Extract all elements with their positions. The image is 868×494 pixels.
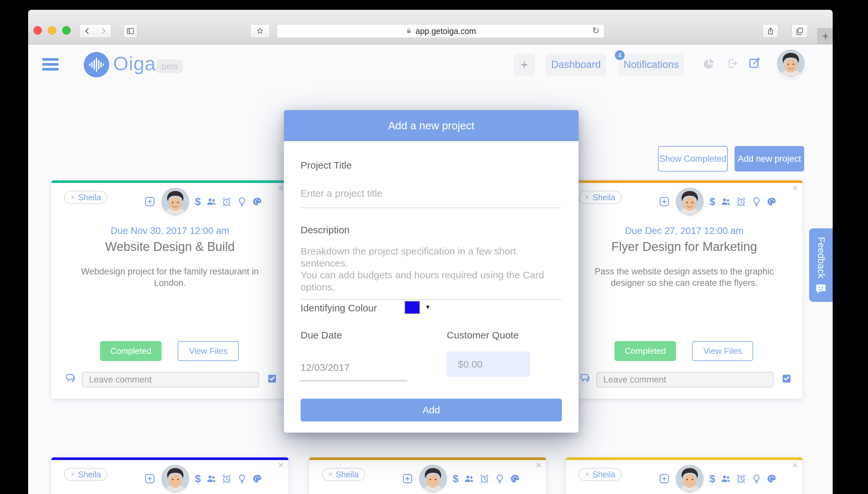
share-button[interactable] xyxy=(762,24,778,38)
budget-icon[interactable]: $ xyxy=(453,473,458,485)
hours-icon[interactable] xyxy=(222,474,232,483)
new-tab-button[interactable]: + xyxy=(818,28,833,44)
budget-icon[interactable]: $ xyxy=(709,196,715,208)
budget-icon[interactable]: $ xyxy=(195,473,201,485)
assignee-tag[interactable]: × Sheila xyxy=(64,191,107,204)
assignee-name: Sheila xyxy=(593,470,616,479)
menu-icon[interactable] xyxy=(42,58,58,73)
assignee-tag[interactable]: × Sheila xyxy=(579,468,622,481)
back-button[interactable] xyxy=(79,24,95,38)
logo-text[interactable]: Oiga xyxy=(113,52,156,75)
logout-icon[interactable] xyxy=(727,57,739,70)
due-date-input[interactable] xyxy=(301,355,407,381)
view-files-button[interactable]: View Files xyxy=(178,341,239,361)
budget-icon[interactable]: $ xyxy=(195,196,201,208)
assignee-name: Sheila xyxy=(593,193,616,202)
chevron-right-icon xyxy=(99,27,108,35)
assignee-name: Sheila xyxy=(336,470,359,479)
modal-title: Add a new project xyxy=(284,110,579,141)
identifying-colour-label: Identifying Colour xyxy=(301,303,377,314)
compose-icon[interactable] xyxy=(748,57,761,70)
team-icon[interactable] xyxy=(464,474,474,483)
remove-tag-icon[interactable]: × xyxy=(71,193,75,202)
favorites-button[interactable] xyxy=(250,24,270,38)
address-bar[interactable]: app.getoiga.com ↻ xyxy=(277,24,604,38)
design-icon[interactable] xyxy=(252,197,262,207)
design-icon[interactable] xyxy=(252,474,262,483)
comment-input[interactable] xyxy=(82,372,259,387)
team-icon[interactable] xyxy=(206,197,216,207)
forward-button[interactable] xyxy=(95,24,111,38)
remove-tag-icon[interactable]: × xyxy=(71,470,75,479)
team-icon[interactable] xyxy=(206,474,216,483)
sidebar-toggle-button[interactable] xyxy=(123,24,137,38)
customer-quote-input[interactable] xyxy=(446,352,530,377)
comment-input[interactable] xyxy=(596,372,774,387)
tab-overview-button[interactable] xyxy=(792,24,808,38)
nav-dashboard[interactable]: Dashboard xyxy=(546,54,606,76)
project-title-input[interactable] xyxy=(301,179,562,208)
oiga-logo-icon[interactable] xyxy=(84,52,109,77)
hours-icon[interactable] xyxy=(222,197,232,207)
idea-icon[interactable] xyxy=(237,474,247,483)
design-icon[interactable] xyxy=(767,197,777,207)
hours-icon[interactable] xyxy=(480,474,489,483)
assignee-tag[interactable]: × Sheila xyxy=(64,468,107,481)
design-icon[interactable] xyxy=(510,474,520,483)
close-icon[interactable]: × xyxy=(793,184,798,193)
idea-icon[interactable] xyxy=(495,474,505,483)
idea-icon[interactable] xyxy=(237,197,247,207)
remove-tag-icon[interactable]: × xyxy=(585,470,589,479)
close-icon[interactable]: × xyxy=(536,461,541,470)
budget-icon[interactable]: $ xyxy=(709,473,715,485)
chevron-down-icon[interactable]: ▼ xyxy=(425,304,431,311)
comments-icon[interactable] xyxy=(65,373,76,384)
assignee-tag[interactable]: × Sheila xyxy=(579,191,622,204)
add-option-icon[interactable] xyxy=(658,473,670,484)
checkbox-icon[interactable] xyxy=(267,374,277,384)
nav-notifications[interactable]: Notifications xyxy=(618,54,684,76)
hours-icon[interactable] xyxy=(736,197,746,207)
beta-badge: beta xyxy=(157,59,183,73)
modal-add-button[interactable]: Add xyxy=(301,399,562,421)
reload-icon[interactable]: ↻ xyxy=(592,25,599,36)
close-icon[interactable]: × xyxy=(278,461,284,470)
close-window-button[interactable] xyxy=(33,26,42,35)
completed-button[interactable]: Completed xyxy=(100,341,162,361)
assignee-tag[interactable]: × Sheila xyxy=(322,468,365,481)
minimize-window-button[interactable] xyxy=(48,26,56,35)
card-option-icons: $ xyxy=(402,464,520,493)
close-icon[interactable]: × xyxy=(278,184,284,193)
checkbox-icon[interactable] xyxy=(781,374,792,384)
project-card: × × Sheila $ Due Nov 30, 2017 12:00 am W… xyxy=(51,180,288,399)
team-icon[interactable] xyxy=(721,474,731,483)
close-icon[interactable]: × xyxy=(793,461,798,470)
add-button[interactable]: + xyxy=(514,54,535,76)
sidebar-icon xyxy=(126,27,135,35)
feedback-tab[interactable]: Feedback xyxy=(809,228,833,302)
idea-icon[interactable] xyxy=(752,197,761,207)
add-new-project-button[interactable]: Add new project xyxy=(735,146,804,172)
show-completed-button[interactable]: Show Completed xyxy=(658,146,728,172)
hours-icon[interactable] xyxy=(736,474,746,483)
add-option-icon[interactable] xyxy=(402,473,413,484)
reports-icon[interactable] xyxy=(703,57,715,70)
add-option-icon[interactable] xyxy=(658,196,670,207)
colour-swatch[interactable] xyxy=(404,301,420,314)
add-option-icon[interactable] xyxy=(144,473,156,484)
card-description: Webdesign project for the family restaur… xyxy=(74,266,266,288)
zoom-window-button[interactable] xyxy=(62,26,71,35)
remove-tag-icon[interactable]: × xyxy=(328,470,332,479)
design-icon[interactable] xyxy=(767,474,777,483)
add-option-icon[interactable] xyxy=(144,196,156,207)
avatar xyxy=(676,188,704,216)
user-avatar[interactable] xyxy=(777,49,805,77)
team-icon[interactable] xyxy=(721,197,731,207)
feedback-smiley-icon xyxy=(815,283,827,296)
idea-icon[interactable] xyxy=(752,474,761,483)
remove-tag-icon[interactable]: × xyxy=(585,193,589,202)
view-files-button[interactable]: View Files xyxy=(692,341,753,361)
description-input[interactable] xyxy=(301,245,562,300)
comments-icon[interactable] xyxy=(579,373,590,384)
completed-button[interactable]: Completed xyxy=(615,341,676,361)
